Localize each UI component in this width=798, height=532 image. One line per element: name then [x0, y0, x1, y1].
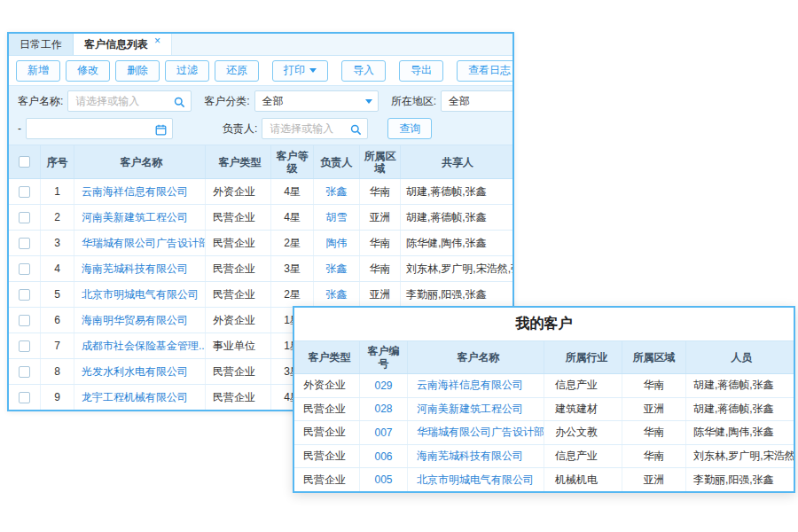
customer-name-link[interactable]: 海南芜城科技有限公司: [74, 256, 206, 281]
customer-code-link[interactable]: 007: [360, 421, 408, 444]
search-icon[interactable]: [174, 96, 185, 112]
filter-row-1: 客户名称: 请选择或输入 客户分类: 全部 所在地区: 全部: [18, 90, 512, 113]
region: 华南: [622, 374, 686, 397]
row-checkbox[interactable]: [19, 186, 30, 198]
row-checkbox[interactable]: [19, 289, 30, 301]
table-row[interactable]: 3 华瑞城有限公司广告设计部 民营企业 2星 陶伟 华南 陈华健,陶伟,张鑫: [9, 231, 512, 256]
customer-type: 民营企业: [206, 385, 271, 410]
column-header: 所属区域: [360, 145, 401, 178]
row-checkbox[interactable]: [19, 392, 30, 403]
owner-link[interactable]: 张鑫: [314, 179, 360, 204]
customer-level: 2星: [271, 231, 314, 255]
customer-level: 3星: [271, 256, 314, 281]
button-label: 查询: [399, 121, 420, 137]
calendar-icon[interactable]: [155, 123, 167, 139]
table-row[interactable]: 4 海南芜城科技有限公司 民营企业 3星 张鑫 华南 刘东林,罗广明,宋浩然,张…: [9, 256, 512, 282]
customer-name-link[interactable]: 海南明华贸易有限公司: [74, 308, 206, 332]
column-header: 客户名称: [74, 145, 206, 178]
shared-people: 刘东林,罗广明,宋浩然,张鑫: [401, 256, 512, 281]
export-button[interactable]: 导出: [399, 60, 443, 82]
input-placeholder: 请选择或输入: [270, 121, 333, 137]
customer-type: 外资企业: [206, 179, 271, 204]
shared-people: 胡建,蒋德帧,张鑫: [401, 205, 512, 230]
table-row[interactable]: 1 云南海祥信息有限公司 外资企业 4星 张鑫 华南 胡建,蒋德帧,张鑫: [9, 179, 512, 205]
filter-button[interactable]: 过滤: [165, 60, 209, 82]
table-row[interactable]: 外资企业 029 云南海祥信息有限公司 信息产业 华南 胡建,蒋德帧,张鑫: [294, 374, 794, 398]
owner-link[interactable]: 张鑫: [314, 256, 360, 281]
area-label: 所在地区:: [391, 94, 436, 109]
customer-name-link[interactable]: 华瑞城有限公司广告设计部: [74, 231, 206, 255]
category-select[interactable]: 全部: [254, 90, 379, 112]
customer-code-link[interactable]: 028: [360, 398, 408, 421]
region: 华南: [622, 421, 686, 444]
row-index: 5: [41, 282, 74, 307]
owner-link[interactable]: 胡雪: [314, 205, 360, 230]
column-header: 客户等级: [271, 145, 314, 178]
edit-button[interactable]: 修改: [66, 60, 110, 82]
chevron-down-icon: [309, 68, 317, 73]
people: 李勤丽,阳强,张鑫: [686, 468, 794, 491]
customer-name-link[interactable]: 成都市社会保险基金管理...: [74, 333, 206, 358]
customer-name-link[interactable]: 河南美新建筑工程公司: [408, 398, 544, 421]
table-header: 客户类型 客户编号 客户名称 所属行业 所属区域 人员: [294, 340, 794, 374]
tab-daily-work[interactable]: 日常工作: [9, 34, 74, 55]
print-button[interactable]: 打印: [272, 60, 328, 82]
row-checkbox[interactable]: [19, 366, 30, 378]
customer-name-link[interactable]: 北京市明城电气有限公司: [74, 282, 206, 307]
customer-name-link[interactable]: 龙宇工程机械有限公司: [74, 385, 206, 410]
category-label: 客户分类:: [204, 94, 249, 109]
tab-customer-list[interactable]: 客户信息列表 ×: [74, 34, 172, 55]
import-button[interactable]: 导入: [341, 60, 386, 82]
search-icon[interactable]: [350, 123, 362, 139]
customer-type: 外资企业: [294, 374, 360, 397]
row-checkbox[interactable]: [19, 315, 30, 326]
customer-code-link[interactable]: 006: [360, 445, 408, 468]
customer-type: 民营企业: [294, 445, 360, 468]
customer-name-input[interactable]: 请选择或输入: [67, 90, 192, 112]
table-row[interactable]: 民营企业 028 河南美新建筑工程公司 建筑建材 亚洲 胡建,蒋德帧,张鑫: [294, 398, 794, 422]
restore-button[interactable]: 还原: [215, 60, 259, 82]
date-input[interactable]: [26, 118, 173, 139]
table-row[interactable]: 民营企业 005 北京市明城电气有限公司 机械机电 亚洲 李勤丽,阳强,张鑫: [294, 468, 794, 491]
row-checkbox[interactable]: [19, 340, 30, 352]
people: 胡建,蒋德帧,张鑫: [686, 398, 794, 421]
owner-link[interactable]: 张鑫: [314, 282, 360, 307]
delete-button[interactable]: 删除: [115, 60, 160, 82]
add-button[interactable]: 新增: [16, 60, 60, 82]
view-log-button[interactable]: 查看日志: [457, 60, 514, 82]
tab-label: 日常工作: [20, 37, 62, 52]
row-index: 2: [41, 205, 74, 230]
area-select[interactable]: 全部: [441, 90, 512, 112]
customer-name-link[interactable]: 北京市明城电气有限公司: [408, 468, 544, 491]
input-placeholder: 请选择或输入: [75, 94, 139, 109]
button-label: 打印: [284, 63, 305, 78]
owner-label: 负责人:: [223, 121, 257, 137]
select-all-checkbox[interactable]: [19, 156, 30, 168]
customer-name-link[interactable]: 云南海祥信息有限公司: [408, 374, 544, 397]
region: 华南: [360, 231, 401, 255]
customer-name-link[interactable]: 华瑞城有限公司广告设计部: [408, 421, 544, 444]
shared-people: 胡建,蒋德帧,张鑫: [401, 179, 512, 204]
table-row[interactable]: 5 北京市明城电气有限公司 民营企业 2星 张鑫 亚洲 李勤丽,阳强,张鑫: [9, 282, 512, 308]
owner-link[interactable]: 陶伟: [314, 231, 360, 255]
column-header: 客户编号: [360, 341, 408, 373]
customer-name-link[interactable]: 海南芜城科技有限公司: [408, 445, 544, 468]
query-button[interactable]: 查询: [387, 118, 432, 139]
close-tab-icon[interactable]: ×: [154, 36, 160, 45]
customer-type: 民营企业: [206, 205, 271, 230]
owner-input[interactable]: 请选择或输入: [262, 118, 368, 139]
table-row[interactable]: 民营企业 006 海南芜城科技有限公司 信息产业 华南 刘东林,罗广明,宋浩然.…: [294, 445, 794, 469]
customer-name-link[interactable]: 云南海祥信息有限公司: [74, 179, 206, 204]
customer-name-link[interactable]: 河南美新建筑工程公司: [74, 205, 206, 230]
row-index: 1: [41, 179, 74, 204]
region: 亚洲: [622, 468, 686, 491]
customer-code-link[interactable]: 029: [360, 374, 408, 397]
row-checkbox[interactable]: [19, 238, 30, 249]
table-row[interactable]: 民营企业 007 华瑞城有限公司广告设计部 办公文教 华南 陈华健,陶伟,张鑫: [294, 421, 794, 445]
row-checkbox[interactable]: [19, 212, 30, 223]
customer-code-link[interactable]: 005: [360, 468, 408, 491]
customer-type: 民营企业: [294, 421, 360, 444]
table-row[interactable]: 2 河南美新建筑工程公司 民营企业 4星 胡雪 亚洲 胡建,蒋德帧,张鑫: [9, 205, 512, 231]
row-checkbox[interactable]: [19, 263, 30, 275]
customer-name-link[interactable]: 光发水利水电有限公司: [74, 359, 206, 384]
